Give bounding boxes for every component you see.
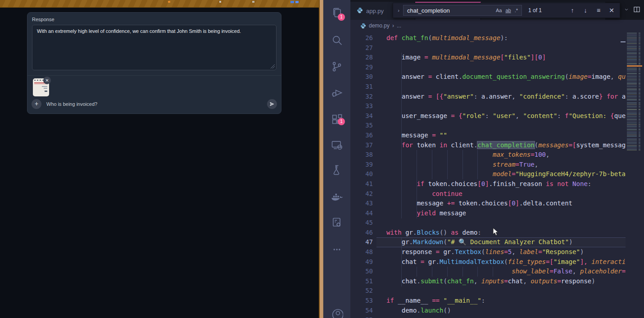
find-in-selection-button[interactable]: ≡ [593,7,604,14]
code-line[interactable]: 48 response = gr.Textbox(lines=5, label=… [350,247,626,257]
find-next-button[interactable]: ↓ [580,7,591,14]
line-number: 48 [350,247,373,257]
code-line[interactable]: 45 [350,218,626,228]
code-line[interactable]: 37 for token in client.chat_completion(m… [350,141,626,150]
line-number: 54 [350,306,373,316]
more-actions-icon[interactable] [331,243,343,256]
search-icon[interactable] [331,34,343,47]
vscode-window: 1 1 [323,0,644,318]
remove-attachment-button[interactable]: ✕ [43,77,51,84]
line-number: 26 [350,33,373,43]
code-line[interactable]: 40 model="HuggingFaceH4/zephyr-7b-beta")… [350,169,626,179]
line-number: 42 [350,189,373,199]
whole-word-toggle[interactable]: ab [503,7,512,14]
find-input[interactable] [407,7,494,14]
python-file-icon [360,23,366,29]
code-text: message += token.choices[0].delta.conten… [386,199,572,209]
code-line[interactable]: 26def chat_fn(multimodal_message): [350,33,626,43]
find-results-count: 1 of 1 [528,7,542,14]
code-line[interactable]: 51 chat.submit(chat_fn, inputs=chat, out… [350,277,626,286]
find-previous-button[interactable]: ↑ [567,7,578,14]
line-number: 33 [350,101,373,111]
code-line[interactable]: 43 message += token.choices[0].delta.con… [350,199,626,209]
code-line[interactable]: 32 answer = [{"answer": a.answer, "confi… [350,92,626,102]
tab-label: app.py [366,8,384,14]
remote-explorer-icon[interactable] [331,139,343,151]
code-line[interactable]: 42 continue [350,189,626,199]
run-debug-icon[interactable] [331,86,343,99]
account-icon[interactable] [331,306,343,318]
code-line[interactable]: 55 [350,315,626,318]
match-case-toggle[interactable]: Aa [494,7,503,14]
send-icon [269,101,275,107]
line-number: 39 [350,160,373,170]
line-number: 40 [350,169,373,179]
line-number: 46 [350,228,373,238]
line-number: 45 [350,218,373,228]
code-line[interactable]: 30 answer = client.document_question_ans… [350,72,626,82]
editor-zone: app.py demo.py _client.py ~/.../python3.… [350,0,644,318]
response-textarea[interactable]: With an extremely high level of confiden… [32,25,277,70]
breadcrumb[interactable]: demo.py › ... [350,20,626,32]
breadcrumb-more[interactable]: ... [397,23,401,29]
line-number: 47 [350,237,373,247]
code-line[interactable]: 39 stream=True, [350,160,626,170]
minimap[interactable] [626,22,644,318]
panel-divider [27,75,281,76]
extensions-badge: 1 [338,118,345,125]
line-number: 52 [350,286,373,296]
add-attachment-button[interactable]: + [32,99,41,109]
code-line[interactable]: 53if __name__ == "__main__": [350,296,626,306]
docker-icon[interactable] [331,191,343,203]
find-close-button[interactable]: ✕ [606,7,617,14]
minimap-code-texture [627,33,640,151]
code-line[interactable]: 27 [350,43,626,53]
code-line[interactable]: 49 chat = gr.MultimodalTextbox(file_type… [350,257,626,267]
source-control-icon[interactable] [331,60,343,73]
code-line[interactable]: 33 [350,101,626,111]
code-line[interactable]: 46with gr.Blocks() as demo: [350,228,626,238]
code-line[interactable]: 54 demo.launch() [350,306,626,316]
task-settings-icon[interactable] [331,217,343,229]
code-line[interactable]: 34 user_message = {"role": "user", "cont… [350,111,626,121]
line-number: 53 [350,296,373,306]
line-number: 34 [350,111,373,121]
wallpaper-speck [290,1,294,3]
code-line[interactable]: 44 yield message [350,209,626,218]
code-text: gr.Markdown("# 🔍 Document Analyzer Chatb… [386,237,573,247]
search-match-highlight: chat_completion [477,141,534,149]
code-text: max_tokens=100, [386,150,549,160]
desktop-wallpaper-top [0,0,319,8]
code-text: user_message = {"role": "user", "content… [386,111,626,121]
code-line[interactable]: 29 [350,63,626,73]
line-number: 44 [350,209,373,218]
toggle-replace-chevron-icon[interactable]: › [395,8,402,13]
regex-toggle[interactable]: .* [513,7,520,14]
code-text: continue [386,189,463,199]
code-line[interactable]: 41 if token.choices[0].finish_reason is … [350,179,626,189]
code-line[interactable]: 36 message = "" [350,131,626,141]
test-beaker-icon[interactable] [331,164,343,177]
code-editor[interactable]: 26def chat_fn(multimodal_message):2728 i… [350,32,626,318]
plus-icon: + [35,100,38,107]
send-button[interactable] [267,99,277,109]
chat-input[interactable] [46,99,263,109]
breadcrumb-separator: › [392,23,394,29]
code-line[interactable]: 47 gr.Markdown("# 🔍 Document Analyzer Ch… [350,237,626,247]
code-line[interactable]: 50 show_label=False, placeholder="Upload… [350,267,626,277]
line-number: 31 [350,82,373,92]
minimap-highlight-line [627,65,642,67]
code-line[interactable]: 38 max_tokens=100, [350,150,626,160]
code-text: answer = [{"answer": a.answer, "confiden… [386,92,626,102]
code-line[interactable]: 52 [350,286,626,296]
code-line[interactable]: 28 image = multimodal_message["files"][0… [350,53,626,63]
code-line[interactable]: 31 [350,82,626,92]
line-number: 32 [350,92,373,102]
breadcrumb-file[interactable]: demo.py [369,23,390,29]
split-editor-icon[interactable] [633,6,640,13]
code-line[interactable]: 35 [350,121,626,131]
line-number: 29 [350,63,373,73]
run-dropdown-chevron-icon[interactable] [624,7,629,12]
line-number: 27 [350,43,373,53]
code-text: image = multimodal_message["files"][0] [386,53,546,63]
